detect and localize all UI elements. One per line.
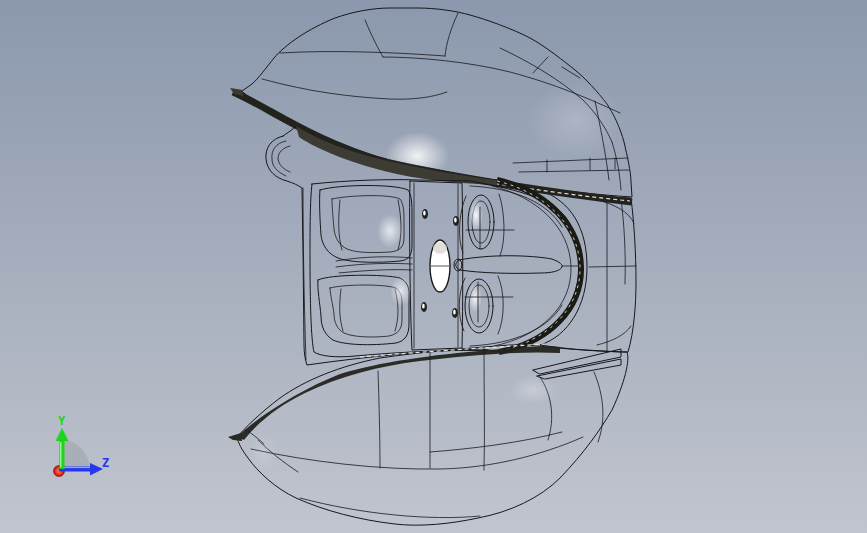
viewport-canvas[interactable]: Y Z (0, 0, 867, 533)
small-hole (422, 209, 428, 219)
cad-viewport[interactable]: Y Z (0, 0, 867, 533)
y-axis-label: Y (58, 414, 66, 428)
specular-sheen (248, 433, 278, 471)
small-hole (452, 308, 458, 318)
small-hole (421, 302, 427, 312)
specular-sheen (509, 375, 557, 405)
z-axis-label: Z (102, 456, 109, 470)
small-hole (453, 216, 459, 226)
